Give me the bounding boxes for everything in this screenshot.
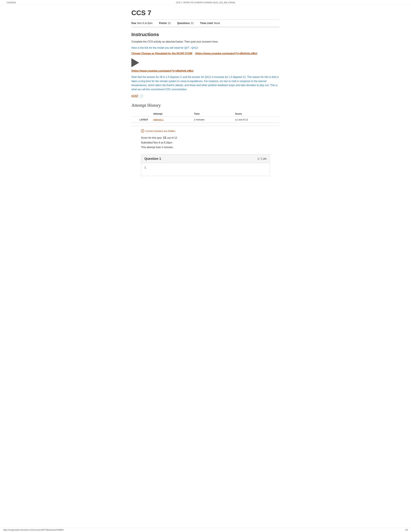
video-thumbnail[interactable] bbox=[131, 58, 280, 68]
youtube-url-parens-link[interactable]: (https://www.youtube.com/watch?v=d8sHvhL… bbox=[131, 69, 194, 72]
attempt-col-time: Time bbox=[191, 111, 233, 116]
youtube-url-parens-area: (https://www.youtube.com/watch?v=d8sHvhL… bbox=[131, 69, 280, 72]
score-bold: 11 bbox=[163, 136, 167, 139]
attempt-table: Attempt Time Score LATEST Attempt 1 2 mi… bbox=[131, 111, 280, 123]
attempt-col-attempt: Attempt bbox=[151, 111, 191, 116]
correct-answers-hidden-text: Correct answers are hidden. bbox=[146, 130, 176, 132]
page-date: 11/6/2018 bbox=[6, 1, 16, 4]
attempt-history-title: Attempt History bbox=[131, 103, 280, 108]
questions-label: Questions bbox=[177, 22, 190, 25]
submitted-line: Submitted Nov 6 at 6:16pm bbox=[141, 140, 280, 145]
question-1-header: Question 1 1 / 1 pts bbox=[141, 155, 270, 163]
questions-meta: Questions 12 bbox=[177, 22, 194, 25]
latest-label: LATEST bbox=[131, 116, 151, 123]
points-value: 12 bbox=[168, 22, 171, 25]
question-1-body: 1. bbox=[141, 163, 270, 176]
instructions-title: Instructions bbox=[131, 32, 280, 37]
note-text: Note that the answer for #8 is 1.0 degre… bbox=[131, 75, 280, 91]
page-title: CCS 7 bbox=[131, 5, 280, 19]
attempt-col-score: Score bbox=[233, 111, 280, 116]
score-label: Score for this quiz: bbox=[141, 136, 163, 139]
video-url-link[interactable]: (https://www.youtube.com/watch?v=d8sHvhL… bbox=[195, 52, 257, 55]
attempt-history-section: Attempt History Attempt Time Score LATES… bbox=[131, 103, 280, 123]
section-divider bbox=[131, 126, 280, 126]
model-link-intro: Here is the link for the model you will … bbox=[131, 46, 280, 50]
meta-bar: Due Nov 6 at 9pm Points 12 Questions 12 … bbox=[131, 19, 280, 27]
video-link[interactable]: Climate Change as Simulated by the NCAR … bbox=[131, 52, 192, 55]
video-link-line: Climate Change as Simulated by the NCAR … bbox=[131, 52, 280, 55]
instructions-body: Complete the CCS activity as attached be… bbox=[131, 40, 280, 44]
question-1-title: Question 1 bbox=[144, 157, 161, 161]
time-limit-value: None bbox=[214, 22, 220, 25]
play-icon[interactable] bbox=[131, 58, 139, 67]
attempt-time: 2 minutes bbox=[191, 116, 233, 123]
score-suffix: out of 12 bbox=[167, 136, 177, 139]
attempt-col-empty bbox=[131, 111, 151, 116]
attempt-1-link[interactable]: Attempt 1 bbox=[153, 118, 164, 121]
correct-answers-hidden: ! Correct answers are hidden. bbox=[131, 129, 280, 133]
points-label: Points bbox=[159, 22, 167, 25]
question-1-pts: 1 / 1 pts bbox=[257, 157, 267, 160]
question-1-box: Question 1 1 / 1 pts 1. bbox=[141, 154, 270, 176]
top-bar: 11/6/2018 CCS 7: INTRO TO CLIMATE CHANGE… bbox=[0, 0, 411, 5]
ccs7-link-area: CCS7 📄 bbox=[131, 94, 280, 98]
attempt-took-line: This attempt took 2 minutes. bbox=[141, 145, 280, 150]
browser-title: CCS 7: INTRO TO CLIMATE CHANGE (SUS_103_… bbox=[176, 1, 235, 4]
score-line: Score for this quiz: 11 out of 12 bbox=[141, 135, 280, 140]
due-value: Nov 6 at 9pm bbox=[137, 22, 152, 25]
question-1-number: 1. bbox=[144, 166, 147, 169]
time-limit-label: Time Limit bbox=[200, 22, 213, 25]
attempt-score: 11 out of 12 bbox=[233, 116, 280, 123]
score-info: Score for this quiz: 11 out of 12 Submit… bbox=[131, 135, 280, 150]
table-row: LATEST Attempt 1 2 minutes 11 out of 12 bbox=[131, 116, 280, 123]
doc-icon: 📄 bbox=[140, 94, 143, 98]
due-meta: Due Nov 6 at 9pm bbox=[131, 22, 152, 25]
questions-value: 12 bbox=[191, 22, 194, 25]
points-meta: Points 12 bbox=[159, 22, 171, 25]
attempt-link-cell: Attempt 1 bbox=[151, 116, 191, 123]
time-limit-meta: Time Limit None bbox=[200, 22, 220, 25]
due-label: Due bbox=[131, 22, 136, 25]
info-circle-icon: ! bbox=[141, 129, 144, 133]
ccs7-link[interactable]: CCS7 bbox=[131, 95, 138, 97]
